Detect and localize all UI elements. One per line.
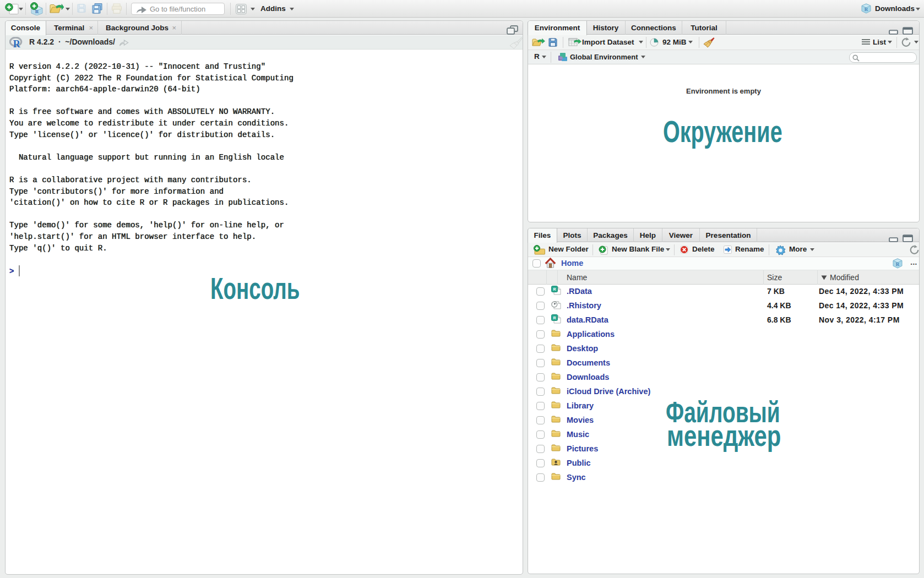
svg-text:R: R — [865, 7, 868, 12]
svg-text:R: R — [13, 39, 21, 48]
svg-text:R: R — [35, 9, 39, 14]
svg-text:R: R — [896, 261, 900, 267]
